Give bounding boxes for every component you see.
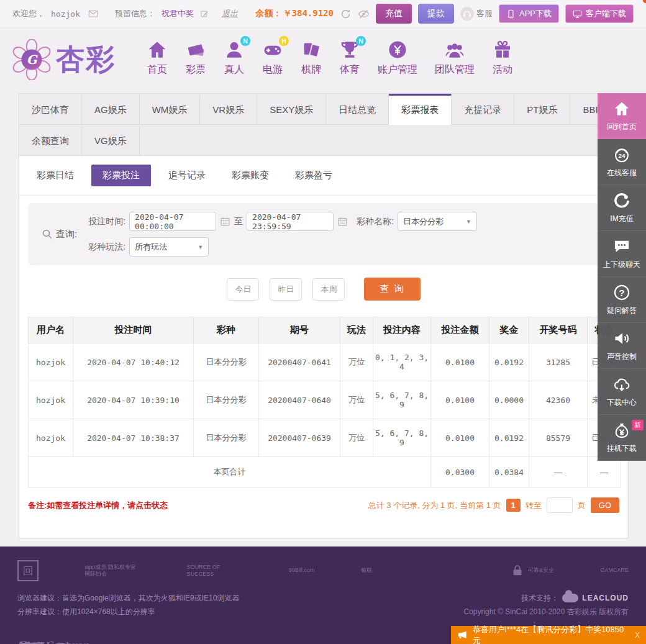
- search-legend-label: 查询:: [56, 229, 77, 240]
- sidebar-item[interactable]: 新 挂机下载: [598, 415, 646, 461]
- partner-logo: playtech SOURCE OF SUCCESS: [187, 564, 243, 578]
- topbar: 欢迎您， hozjok 预留信息： 祝君中奖 退出 余额： ￥384.9120 …: [0, 0, 646, 28]
- chat-icon: [613, 238, 630, 255]
- column-header: 玩法: [340, 317, 373, 343]
- nav-item[interactable]: 活动: [483, 35, 522, 80]
- home-icon: [147, 39, 168, 60]
- report-tab[interactable]: 余额查询: [19, 125, 82, 156]
- goto-page-input[interactable]: [547, 497, 573, 513]
- site-logo[interactable]: G 杏彩: [11, 39, 116, 80]
- sidebar-item[interactable]: 24 在线客服: [598, 139, 646, 185]
- nav-item[interactable]: N 体育: [330, 35, 369, 80]
- subtab[interactable]: 追号记录: [160, 165, 214, 186]
- page-label: 页: [578, 500, 586, 511]
- calendar-icon[interactable]: [220, 216, 230, 227]
- nav-item[interactable]: 账户管理: [369, 35, 426, 80]
- panel-content: 彩票日结 彩票投注 追号记录 彩票账变 彩票盈亏 查询: 投注时间: 2020-…: [19, 156, 629, 538]
- nav-item[interactable]: 首页: [138, 35, 176, 80]
- column-header: 投注时间: [73, 317, 194, 343]
- search-legend: 查询:: [42, 229, 77, 240]
- subtab[interactable]: 彩票日结: [28, 165, 83, 186]
- pagoda-icon: 回: [17, 560, 39, 581]
- to-label: 至: [234, 216, 243, 227]
- report-tab[interactable]: VG娱乐: [82, 125, 140, 156]
- query-button[interactable]: 查 询: [364, 278, 420, 301]
- lottery-select-value: 日本分分彩: [403, 216, 444, 227]
- service-link[interactable]: 客服: [460, 7, 493, 20]
- gamepad-icon: H: [262, 39, 283, 60]
- report-tab[interactable]: AG娱乐: [82, 94, 140, 125]
- time-label: 投注时间:: [88, 216, 125, 227]
- summary-label: 本页合计: [29, 457, 431, 488]
- sidebar-item[interactable]: 回到首页: [598, 93, 646, 139]
- goto-label: 转至: [525, 500, 542, 511]
- time-to-input[interactable]: 2020-04-07 23:59:59: [247, 212, 334, 231]
- nav-item[interactable]: 棋牌: [292, 35, 330, 80]
- cell-bet-time: 2020-04-07 10:39:10: [73, 381, 194, 419]
- nav-item[interactable]: H 电游: [253, 35, 292, 80]
- service-label: 客服: [476, 8, 493, 19]
- cell-draw-numbers: 42360: [529, 381, 588, 419]
- nav-item[interactable]: 彩票: [176, 35, 215, 80]
- summary-row: 本页合计 0.0300 0.0384 — —: [29, 457, 621, 488]
- sidebar-item[interactable]: 上下级聊天: [598, 231, 646, 277]
- recharge-button[interactable]: 充值: [376, 4, 412, 24]
- nav-item[interactable]: N 真人: [215, 35, 253, 80]
- edit-icon[interactable]: [200, 9, 209, 19]
- play-label: 彩种玩法:: [88, 242, 125, 253]
- lottery-select[interactable]: 日本分分彩 ▼: [398, 212, 477, 231]
- cell-lottery: 日本分分彩: [194, 419, 259, 457]
- quick-range-button[interactable]: 本周: [312, 278, 345, 301]
- withdraw-button[interactable]: 提款: [418, 4, 454, 24]
- report-tab[interactable]: VR娱乐: [200, 94, 257, 125]
- quick-range-button[interactable]: 昨日: [270, 278, 302, 301]
- nav-item[interactable]: 团队管理: [426, 35, 483, 80]
- new-badge: 新: [632, 420, 644, 430]
- balance-label: 余额：: [256, 8, 282, 19]
- report-tab[interactable]: 日结总览: [326, 94, 389, 125]
- current-page-badge[interactable]: 1: [506, 499, 521, 512]
- svg-text:?: ?: [619, 287, 624, 297]
- subtab[interactable]: 彩票账变: [223, 165, 278, 186]
- cell-content: 5, 6, 7, 8, 9: [373, 381, 431, 419]
- sidebar-item[interactable]: ? 疑问解答: [598, 277, 646, 323]
- report-tab[interactable]: PT娱乐: [514, 94, 570, 125]
- partner-logos: 回 First Cagayan iapp iapp成员 隐私权专家国际协会 pl…: [0, 546, 646, 581]
- column-header: 投注内容: [373, 317, 431, 343]
- sidebar-item-label: 下载中心: [607, 397, 637, 408]
- time-from-input[interactable]: 2020-04-07 00:00:00: [129, 212, 216, 231]
- subtab[interactable]: 彩票投注: [91, 165, 151, 186]
- report-tab[interactable]: 沙巴体育: [19, 94, 82, 125]
- report-tab[interactable]: SEXY娱乐: [257, 94, 326, 125]
- cloud-icon: [613, 376, 630, 393]
- partner-logo: UnionPay 银联: [361, 567, 372, 574]
- go-button[interactable]: GO: [591, 497, 619, 513]
- calendar-icon[interactable]: [337, 216, 348, 227]
- report-tab[interactable]: 彩票报表: [389, 94, 452, 125]
- close-icon[interactable]: X: [635, 631, 640, 640]
- column-header: 投注金额: [431, 317, 489, 343]
- sidebar-item[interactable]: 声音控制: [598, 323, 646, 369]
- sidebar-item[interactable]: 下载中心: [598, 369, 646, 415]
- cell-lottery: 日本分分彩: [194, 343, 259, 381]
- column-header: 彩种: [194, 317, 259, 343]
- table-row: hozjok 2020-04-07 10:38:37 日本分分彩 2020040…: [29, 419, 621, 457]
- support-brand: LEACLOUD: [582, 591, 629, 605]
- envelope-icon[interactable]: [86, 9, 100, 19]
- report-tab[interactable]: WM娱乐: [140, 94, 201, 125]
- cell-bet-time: 2020-04-07 10:38:37: [73, 419, 194, 457]
- browser-tip: 浏览器建议：首选为Google浏览器，其次为火狐和IE9或IE10浏览器: [17, 591, 239, 605]
- subtab[interactable]: 彩票盈亏: [286, 165, 341, 186]
- client-download-button[interactable]: 客户端下载: [565, 4, 634, 23]
- sidebar-item[interactable]: IM充值: [598, 185, 646, 231]
- cell-draw-numbers: 85579: [529, 419, 588, 457]
- app-download-button[interactable]: APP下载: [499, 4, 559, 23]
- play-select[interactable]: 所有玩法 ▼: [129, 237, 209, 256]
- refresh-icon[interactable]: [340, 8, 352, 20]
- report-tab[interactable]: 充提记录: [452, 94, 514, 125]
- nav-badge: H: [279, 36, 289, 46]
- eye-off-icon[interactable]: [358, 8, 370, 20]
- headset-icon: [460, 7, 474, 20]
- quick-range-button[interactable]: 今日: [227, 278, 259, 301]
- logout-link[interactable]: 退出: [222, 8, 238, 19]
